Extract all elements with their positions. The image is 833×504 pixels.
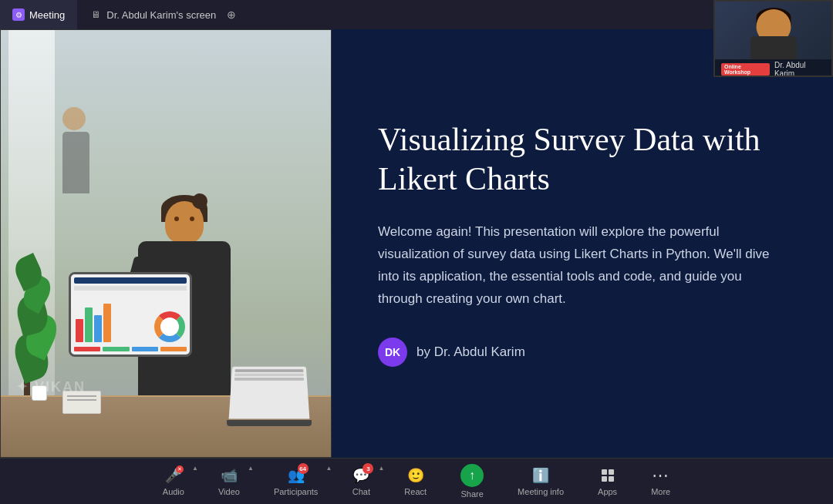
tablet-display <box>69 272 192 357</box>
watermark: ✦ VIKAN <box>16 378 86 395</box>
participant-shirt <box>750 36 797 59</box>
tablet-header-bar <box>74 277 187 284</box>
tablet-legend <box>74 347 187 351</box>
tablet-donut-chart <box>154 311 185 342</box>
meeting-info-label: Meeting info <box>518 487 564 496</box>
slide-title: Visualizing Survey Data with Likert Char… <box>378 120 787 198</box>
svg-rect-3 <box>609 476 614 482</box>
more-label: More <box>651 487 670 496</box>
meeting-toolbar: 🎤 ✕ Audio ▲ 📹 Video ▲ 👥 64 Participants … <box>0 458 833 504</box>
scene-background: ✦ VIKAN <box>1 30 331 457</box>
main-figure <box>138 241 231 411</box>
meeting-info-icon: ℹ️ <box>531 466 550 485</box>
laptop-screen <box>229 367 310 419</box>
participant-label-bar: Online Workshop Dr. Abdul Karim <box>715 59 831 77</box>
apps-label: Apps <box>598 487 617 496</box>
slide-content-panel: Visualizing Survey Data with Likert Char… <box>332 29 833 458</box>
mic-muted-indicator: ✕ <box>176 465 184 473</box>
participants-label: Participants <box>274 487 318 496</box>
tablet-screen <box>71 274 190 354</box>
chat-label: Chat <box>352 487 370 496</box>
tablet-bar-chart <box>76 304 152 342</box>
react-button[interactable]: 🙂 React <box>387 459 443 504</box>
author-full-name: Dr. Abdul Karim <box>434 344 525 359</box>
participants-button[interactable]: 👥 64 Participants ▲ <box>257 459 335 504</box>
meeting-tab-icon: ⚙ <box>12 8 25 21</box>
chat-button[interactable]: 💬 3 Chat ▲ <box>335 459 387 504</box>
chart-bar-2 <box>85 307 93 342</box>
share-icon: ↑ <box>460 464 484 487</box>
meeting-info-button[interactable]: ℹ️ Meeting info <box>501 459 581 504</box>
screen-tab-close[interactable]: ⊕ <box>224 7 239 22</box>
author-name: by Dr. Abdul Karim <box>416 344 525 360</box>
laptop-base <box>227 420 312 426</box>
react-label: React <box>404 487 427 496</box>
chat-icon: 💬 3 <box>352 466 370 485</box>
video-icon: 📹 <box>220 466 238 485</box>
share-label: Share <box>460 489 483 499</box>
svg-rect-2 <box>602 476 607 482</box>
meeting-tab-label: Meeting <box>29 9 65 21</box>
participants-icon: 👥 64 <box>287 466 305 485</box>
svg-rect-0 <box>602 469 607 475</box>
chart-bar-1 <box>76 319 83 342</box>
audio-button[interactable]: 🎤 ✕ Audio ▲ <box>146 459 201 504</box>
tablet-chart-area <box>74 293 187 344</box>
apps-button[interactable]: Apps <box>581 459 634 504</box>
chat-badge: 3 <box>363 463 373 474</box>
slide-image: ✦ VIKAN <box>1 30 331 457</box>
author-prefix: by <box>416 344 430 359</box>
svg-rect-1 <box>609 469 614 475</box>
chart-bar-3 <box>94 315 102 342</box>
screen-tab-icon: 🖥 <box>89 8 102 21</box>
apps-icon <box>599 466 617 485</box>
figure-head <box>165 201 204 244</box>
video-chevron[interactable]: ▲ <box>248 465 254 472</box>
workshop-badge: Online Workshop <box>721 63 770 76</box>
video-label: Video <box>218 487 240 496</box>
video-button[interactable]: 📹 Video ▲ <box>201 459 257 504</box>
laptop <box>229 367 310 419</box>
more-button[interactable]: ⋯ More <box>634 459 687 504</box>
chat-chevron[interactable]: ▲ <box>378 465 384 472</box>
main-area: ✦ VIKAN Visualizing Survey Data with Lik… <box>0 29 833 458</box>
screen-tab-label: Dr. Abdul Karim's screen <box>106 9 216 21</box>
participant-thumbnail: Online Workshop Dr. Abdul Karim <box>713 0 833 77</box>
more-icon: ⋯ <box>652 466 670 485</box>
top-bar: ⚙ Meeting 🖥 Dr. Abdul Karim's screen ⊕ ✕ <box>0 0 833 29</box>
bg-person <box>62 107 89 193</box>
slide-description: Welcome again! This presentation will ex… <box>378 221 779 311</box>
participants-chevron[interactable]: ▲ <box>325 465 332 472</box>
react-icon: 🙂 <box>406 466 425 485</box>
figure-body <box>138 241 231 411</box>
audio-chevron[interactable]: ▲ <box>192 465 198 472</box>
author-avatar: DK <box>378 338 407 367</box>
participant-video <box>715 2 831 59</box>
audio-icon: 🎤 ✕ <box>164 466 183 485</box>
slide-image-panel: ✦ VIKAN <box>0 29 332 458</box>
meeting-tab[interactable]: ⚙ Meeting <box>0 0 77 29</box>
author-row: DK by Dr. Abdul Karim <box>378 338 787 367</box>
screen-share-tab[interactable]: 🖥 Dr. Abdul Karim's screen ⊕ <box>77 0 251 29</box>
participant-name: Dr. Abdul Karim <box>774 61 825 78</box>
share-button[interactable]: ↑ Share <box>443 459 501 504</box>
participants-badge: 64 <box>298 463 309 474</box>
audio-label: Audio <box>163 487 184 496</box>
chart-bar-4 <box>103 304 111 342</box>
